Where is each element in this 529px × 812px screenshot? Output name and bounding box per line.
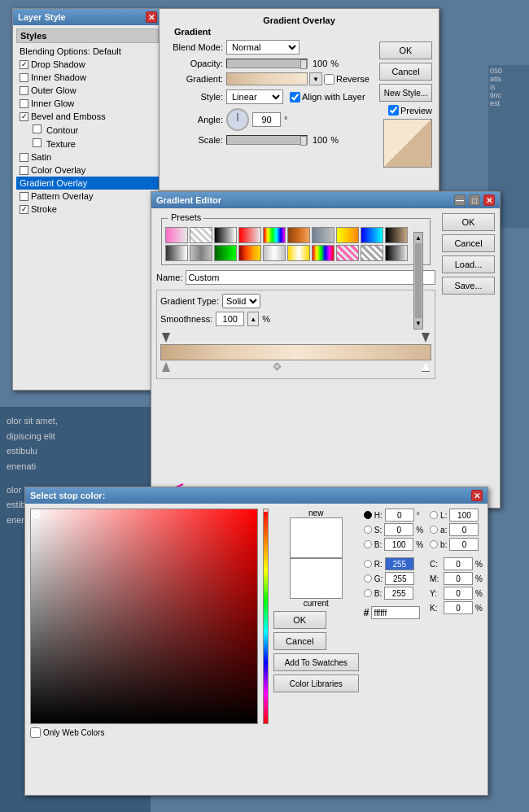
preset-swatch[interactable]	[361, 227, 383, 243]
color-stop-left[interactable]	[162, 362, 170, 372]
style-select[interactable]: Linear	[226, 89, 283, 104]
a-input[interactable]	[449, 523, 479, 536]
smoothness-input[interactable]	[216, 312, 244, 326]
stroke-item[interactable]: Stroke	[16, 203, 159, 216]
only-web-colors-checkbox[interactable]	[30, 727, 41, 738]
reverse-checkbox[interactable]	[324, 74, 334, 85]
color-ok-button[interactable]: OK	[273, 611, 326, 629]
scroll-down-arrow[interactable]: ▼	[415, 320, 422, 327]
layer-style-close-button[interactable]: ✕	[146, 11, 157, 23]
b-radio[interactable]	[364, 540, 372, 548]
satin-item[interactable]: Satin	[16, 151, 159, 164]
hue-bar[interactable]	[263, 509, 269, 724]
inner-glow-item[interactable]: Inner Glow	[16, 97, 159, 110]
s-radio[interactable]	[364, 526, 372, 534]
bevel-emboss-item[interactable]: Bevel and Emboss	[16, 110, 159, 123]
preset-swatch[interactable]	[263, 245, 286, 261]
preset-swatch[interactable]	[336, 227, 359, 243]
opacity-thumb[interactable]	[300, 59, 307, 69]
b2-radio[interactable]	[364, 589, 372, 597]
scale-slider[interactable]	[226, 135, 308, 145]
preset-swatch[interactable]	[361, 245, 383, 261]
preview-checkbox[interactable]	[388, 105, 399, 116]
texture-checkbox[interactable]	[33, 138, 42, 147]
add-to-swatches-button[interactable]: Add To Swatches	[273, 653, 359, 671]
smooth-up[interactable]: ▲	[248, 316, 258, 323]
r-radio[interactable]	[364, 560, 372, 568]
opacity-stop-right[interactable]	[422, 333, 430, 343]
preset-swatch[interactable]	[287, 227, 310, 243]
k-input[interactable]	[444, 601, 473, 614]
angle-dial[interactable]	[226, 108, 249, 131]
c-input[interactable]	[444, 557, 473, 570]
gradient-type-select[interactable]: Solid	[222, 294, 260, 308]
scroll-up-arrow[interactable]: ▲	[415, 234, 422, 242]
preset-swatch[interactable]	[385, 245, 408, 261]
inner-shadow-item[interactable]: Inner Shadow	[16, 71, 159, 84]
stroke-checkbox[interactable]	[20, 205, 28, 214]
gradient-editor-close[interactable]: ✕	[483, 194, 495, 206]
preset-swatch[interactable]	[214, 227, 237, 243]
preset-swatch[interactable]	[287, 245, 310, 261]
preset-swatch[interactable]	[165, 227, 188, 243]
gradient-editor-minimize[interactable]: —	[454, 194, 466, 206]
color-picker-close[interactable]: ✕	[471, 490, 483, 501]
gradient-bar[interactable]	[160, 344, 431, 360]
blending-options-item[interactable]: Blending Options: Default	[16, 45, 159, 58]
preset-swatch[interactable]	[165, 245, 188, 261]
b3-radio[interactable]	[430, 540, 438, 548]
color-overlay-checkbox[interactable]	[20, 166, 28, 175]
opacity-stop-left[interactable]	[162, 333, 170, 343]
s-input[interactable]	[384, 523, 413, 536]
gradient-overlay-item[interactable]: Gradient Overlay	[16, 177, 159, 190]
cancel-button[interactable]: Cancel	[379, 63, 432, 81]
gradient-editor-restore[interactable]: □	[469, 194, 480, 206]
b3-input[interactable]	[449, 538, 479, 551]
name-input[interactable]	[186, 270, 435, 285]
preset-swatch[interactable]	[263, 227, 286, 243]
outer-glow-item[interactable]: Outer Glow	[16, 84, 159, 97]
color-field[interactable]	[30, 509, 258, 724]
gradient-swatch[interactable]	[226, 72, 308, 85]
m-input[interactable]	[444, 572, 473, 585]
y-input[interactable]	[444, 587, 473, 600]
drop-shadow-checkbox[interactable]	[20, 60, 28, 69]
angle-input[interactable]	[252, 112, 281, 127]
color-overlay-item[interactable]: Color Overlay	[16, 164, 159, 177]
color-libraries-button[interactable]: Color Libraries	[273, 674, 359, 692]
contour-item[interactable]: Contour	[16, 123, 159, 137]
drop-shadow-item[interactable]: Drop Shadow	[16, 58, 159, 71]
g-radio[interactable]	[364, 574, 372, 583]
l-radio[interactable]	[430, 511, 438, 519]
hex-input[interactable]	[371, 606, 420, 619]
align-with-layer-checkbox[interactable]	[290, 92, 300, 103]
h-radio[interactable]	[364, 511, 372, 519]
color-cancel-button[interactable]: Cancel	[273, 632, 326, 650]
scale-thumb[interactable]	[300, 136, 307, 146]
b2-input[interactable]	[384, 587, 413, 600]
preset-swatch[interactable]	[312, 227, 334, 243]
preset-swatch[interactable]	[385, 227, 408, 243]
pattern-overlay-checkbox[interactable]	[20, 192, 28, 201]
gradient-editor-ok-button[interactable]: OK	[442, 213, 495, 231]
blend-mode-select[interactable]: Normal	[226, 40, 299, 55]
smoothness-stepper[interactable]: ▲	[247, 312, 259, 326]
opacity-slider[interactable]	[226, 59, 308, 68]
gradient-editor-cancel-button[interactable]: Cancel	[442, 234, 495, 252]
bevel-emboss-checkbox[interactable]	[20, 112, 28, 121]
new-style-button[interactable]: New Style...	[379, 84, 432, 102]
h-input[interactable]	[385, 509, 414, 522]
preset-swatch[interactable]	[238, 245, 261, 261]
l-input[interactable]	[449, 509, 479, 522]
inner-shadow-checkbox[interactable]	[20, 73, 28, 82]
preset-swatch[interactable]	[336, 245, 359, 261]
preset-swatch[interactable]	[238, 227, 261, 243]
texture-item[interactable]: Texture	[16, 137, 159, 151]
b-input[interactable]	[384, 538, 413, 551]
ok-button[interactable]: OK	[379, 41, 432, 59]
r-input[interactable]	[385, 557, 414, 570]
gradient-editor-load-button[interactable]: Load...	[442, 255, 495, 273]
g-input[interactable]	[385, 572, 414, 585]
preset-swatch[interactable]	[190, 245, 212, 261]
presets-scrollbar[interactable]: ▲ ▼	[413, 232, 423, 330]
